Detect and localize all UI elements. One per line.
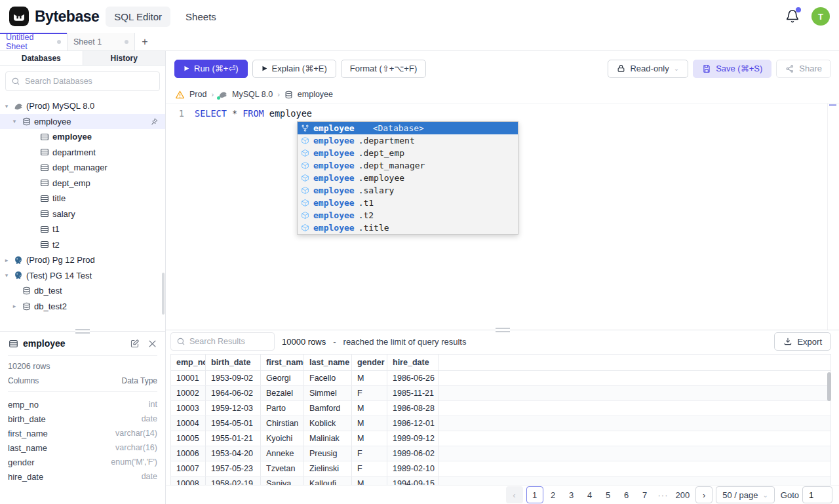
cell-last-name[interactable]: Simmel [304,386,352,400]
sql-editor[interactable]: 1SELECT * FROM employee employee <Databa… [166,103,839,330]
cell-last-name[interactable]: Facello [304,371,352,385]
cell-gender[interactable]: M [352,371,387,385]
tree-item[interactable]: ▸ (Prod) Pg 12 Prod [0,252,165,268]
tree-item[interactable]: ▾ employee [0,114,165,130]
cell-gender[interactable]: M [352,416,387,431]
cell-gender[interactable]: M [352,431,387,446]
autocomplete-item[interactable]: employee.dept_manager [298,159,518,172]
goto-page-input[interactable] [802,486,832,503]
save-button[interactable]: Save (⌘+S) [693,60,771,78]
page-size-select[interactable]: 50 / page ⌄ [716,486,775,503]
sheet-tab-dot[interactable] [125,40,128,44]
cell-first-name[interactable]: Tzvetan [261,461,304,476]
cell-emp-no[interactable]: 10003 [171,401,206,416]
autocomplete-item[interactable]: employee.salary [298,184,518,197]
format-button[interactable]: Format (⇧+⌥+F) [341,60,426,78]
column-header[interactable]: hire_date [387,355,439,370]
cell-emp-no[interactable]: 10005 [171,431,206,446]
pin-icon[interactable] [150,117,159,126]
page-button[interactable]: ··· [655,486,672,503]
tree-item[interactable]: salary [0,206,165,222]
table-row[interactable]: 10008 1958-02-19 Saniya Kalloufi M 1994-… [170,476,831,485]
export-button[interactable]: Export [774,332,831,351]
cell-emp-no[interactable]: 10007 [171,461,206,476]
page-button[interactable]: 1 [526,486,543,503]
cell-first-name[interactable]: Anneke [261,446,304,461]
sheet-tab[interactable]: Sheet 1 [68,33,135,50]
prev-page-button[interactable]: ‹ [506,486,523,503]
edit-schema-icon[interactable] [130,339,140,349]
cell-gender[interactable]: F [352,461,387,476]
results-resize-handle[interactable] [496,328,510,332]
run-button[interactable]: Run (⌘+⏎) [174,60,248,78]
cell-emp-no[interactable]: 10004 [171,416,206,431]
tree-item[interactable]: db_test [0,283,165,299]
table-row[interactable]: 10006 1953-04-20 Anneke Preusig F 1989-0… [170,446,831,461]
cell-gender[interactable]: M [352,476,387,485]
tree-item[interactable]: ▾ (Test) PG 14 Test [0,268,165,284]
database-search-input[interactable] [5,71,160,91]
table-row[interactable]: 10007 1957-05-23 Tzvetan Zielinski F 198… [170,461,831,476]
cell-last-name[interactable]: Maliniak [304,431,352,446]
close-panel-icon[interactable] [147,339,157,349]
autocomplete-item[interactable]: employee.employee [298,172,518,184]
autocomplete-item[interactable]: employee.department [298,134,518,147]
tree-item[interactable]: dept_emp [0,176,165,191]
cell-emp-no[interactable]: 10008 [171,476,206,485]
breadcrumb-environment[interactable]: Prod [189,90,206,99]
cell-first-name[interactable]: Parto [261,401,304,416]
cell-emp-no[interactable]: 10006 [171,446,206,461]
table-scrollbar[interactable] [827,372,831,401]
notification-bell-icon[interactable] [785,9,800,24]
cell-hire-date[interactable]: 1989-06-02 [387,446,439,461]
cell-last-name[interactable]: Zielinski [304,461,352,476]
cell-hire-date[interactable]: 1985-11-21 [387,386,439,400]
caret-icon[interactable]: ▸ [10,303,18,309]
panel-resize-handle[interactable] [75,329,90,334]
cell-hire-date[interactable]: 1994-09-15 [387,476,439,485]
add-sheet-button[interactable]: + [135,36,155,48]
autocomplete-item[interactable]: employee.t2 [298,209,518,222]
cell-first-name[interactable]: Saniya [261,476,304,485]
table-row[interactable]: 10005 1955-01-21 Kyoichi Maliniak M 1989… [170,431,831,446]
column-header[interactable]: gender [352,355,387,370]
cell-first-name[interactable]: Bezalel [261,386,304,400]
cell-first-name[interactable]: Chirstian [261,416,304,431]
next-page-button[interactable]: › [695,486,712,503]
editor-scrollbar[interactable] [827,104,839,330]
breadcrumb-database[interactable]: employee [298,90,333,99]
cell-birth-date[interactable]: 1953-09-02 [206,371,261,385]
tree-item[interactable]: dept_manager [0,160,165,176]
page-button[interactable]: 7 [636,486,654,503]
cell-birth-date[interactable]: 1955-01-21 [206,431,261,446]
nav-sheets[interactable]: Sheets [177,7,225,27]
autocomplete-item[interactable]: employee.dept_emp [298,147,518,159]
sheet-tab[interactable]: Untitled Sheet [0,33,68,50]
autocomplete-item-selected[interactable]: employee <Database> [298,122,518,134]
avatar[interactable]: T [811,7,830,26]
page-button[interactable]: 200 [673,486,693,503]
tree-scrollbar[interactable] [162,273,165,315]
autocomplete-item[interactable]: employee.title [298,222,518,234]
column-header[interactable]: last_name [304,355,352,370]
explain-button[interactable]: Explain (⌘+E) [252,60,336,78]
cell-last-name[interactable]: Kalloufi [304,476,352,485]
column-header[interactable]: birth_date [206,355,261,370]
tree-item[interactable]: ▸ db_test2 [0,299,165,315]
cell-hire-date[interactable]: 1989-02-10 [387,461,439,476]
autocomplete-item[interactable]: employee.t1 [298,197,518,209]
cell-birth-date[interactable]: 1953-04-20 [206,446,261,461]
sheet-tab-dot[interactable] [57,40,61,44]
cell-birth-date[interactable]: 1964-06-02 [206,386,261,400]
page-button[interactable]: 4 [581,486,598,503]
breadcrumb-instance[interactable]: MySQL 8.0 [232,90,273,99]
table-row[interactable]: 10003 1959-12-03 Parto Bamford M 1986-08… [170,401,831,416]
tree-item[interactable]: ▾ (Prod) MySQL 8.0 [0,98,165,114]
cell-first-name[interactable]: Georgi [261,371,304,385]
cell-hire-date[interactable]: 1989-09-12 [387,431,439,446]
caret-icon[interactable]: ▾ [10,118,18,125]
results-search-input[interactable] [170,332,275,351]
cell-hire-date[interactable]: 1986-08-28 [387,401,439,416]
cell-last-name[interactable]: Bamford [304,401,352,416]
cell-gender[interactable]: F [352,386,387,400]
